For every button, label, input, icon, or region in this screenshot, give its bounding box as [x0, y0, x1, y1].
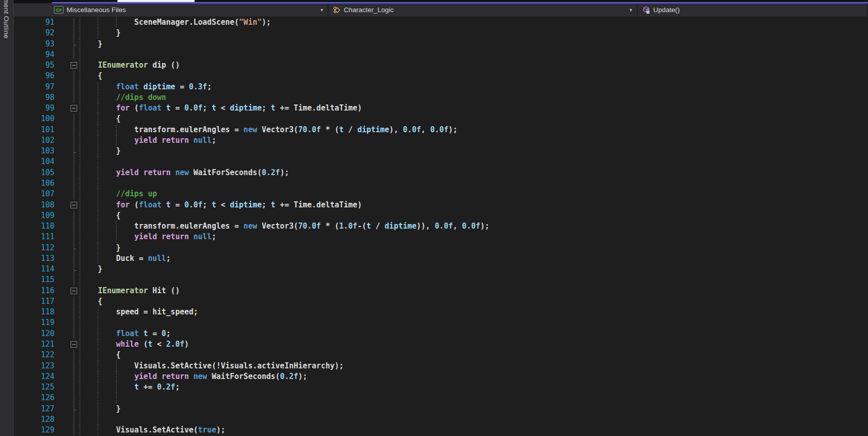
code-line[interactable]: 98 //dips down: [14, 92, 868, 103]
line-number: 129: [14, 425, 56, 435]
code-text[interactable]: yield return null;: [80, 232, 868, 242]
code-line[interactable]: 127 }: [14, 404, 868, 414]
outlining-margin[interactable]: [56, 60, 80, 71]
code-text[interactable]: [80, 178, 868, 189]
code-text[interactable]: yield return null;: [80, 135, 868, 146]
code-text[interactable]: {: [80, 210, 868, 221]
outlining-margin[interactable]: [56, 103, 80, 114]
code-line[interactable]: 116 IEnumerator Hit (): [14, 286, 868, 296]
code-text[interactable]: float diptime = 0.3f;: [80, 82, 868, 92]
code-line[interactable]: 99 for (float t = 0.0f; t < diptime; t +…: [14, 103, 868, 114]
code-line[interactable]: 112 }: [14, 243, 868, 253]
code-line[interactable]: 113 Duck = null;: [14, 253, 868, 264]
code-text[interactable]: float t = 0;: [80, 329, 868, 339]
code-text[interactable]: }: [80, 264, 868, 275]
code-line[interactable]: 100 {: [14, 114, 868, 124]
code-line[interactable]: 121 while (t < 2.0f): [14, 339, 868, 350]
code-line[interactable]: 122 {: [14, 350, 868, 360]
code-text[interactable]: transform.eulerAngles = new Vector3(70.0…: [80, 221, 868, 232]
indent-guide: [80, 210, 80, 221]
code-text[interactable]: {: [80, 114, 868, 124]
outlining-margin[interactable]: [56, 200, 80, 210]
code-text[interactable]: [80, 393, 868, 403]
code-text[interactable]: }: [80, 243, 868, 253]
code-text[interactable]: while (t < 2.0f): [80, 339, 868, 350]
code-line[interactable]: 115: [14, 275, 868, 285]
code-text[interactable]: //dips down: [80, 92, 868, 103]
code-line[interactable]: 118 speed = hit_speed;: [14, 307, 868, 317]
code-text[interactable]: {: [80, 350, 868, 360]
code-line[interactable]: 101 transform.eulerAngles = new Vector3(…: [14, 125, 868, 135]
code-line[interactable]: 106: [14, 178, 868, 189]
code-text[interactable]: t += 0.2f;: [80, 382, 868, 393]
code-text[interactable]: transform.eulerAngles = new Vector3(70.0…: [80, 125, 868, 135]
code-text[interactable]: {: [80, 71, 868, 81]
code-text[interactable]: Visuals.SetActive(!Visuals.activeInHiera…: [80, 361, 868, 371]
code-text[interactable]: yield return new WaitForSeconds(0.2f);: [80, 168, 868, 178]
code-text[interactable]: SceneManager.LoadScene("Win");: [80, 17, 868, 28]
project-dropdown[interactable]: C# Miscellaneous Files ▾: [14, 4, 329, 17]
code-editor[interactable]: 91 SceneManager.LoadScene("Win");92 }93 …: [14, 17, 868, 436]
outlining-margin: [56, 414, 80, 425]
code-text[interactable]: [80, 156, 868, 167]
code-text[interactable]: yield return new WaitForSeconds(0.2f);: [80, 371, 868, 382]
code-line[interactable]: 104: [14, 156, 868, 167]
code-line[interactable]: 102 yield return null;: [14, 135, 868, 146]
collapse-region-icon[interactable]: [71, 341, 77, 348]
code-text[interactable]: [80, 49, 868, 60]
code-text[interactable]: }: [80, 28, 868, 38]
document-outline-tab[interactable]: cument Outline: [0, 0, 14, 436]
code-line[interactable]: 93 }: [14, 39, 868, 49]
collapse-region-icon[interactable]: [71, 288, 77, 294]
code-text[interactable]: for (float t = 0.0f; t < diptime; t += T…: [80, 103, 868, 114]
code-line[interactable]: 126: [14, 393, 868, 403]
code-text[interactable]: }: [80, 404, 868, 414]
code-token: }: [80, 28, 120, 37]
code-line[interactable]: 125 t += 0.2f;: [14, 382, 868, 393]
code-line[interactable]: 107 //dips up: [14, 189, 868, 199]
code-text[interactable]: {: [80, 296, 868, 307]
code-line[interactable]: 105 yield return new WaitForSeconds(0.2f…: [14, 168, 868, 178]
code-line[interactable]: 129 Visuals.SetActive(true);: [14, 425, 868, 435]
outlining-margin[interactable]: [56, 339, 80, 350]
code-line[interactable]: 97 float diptime = 0.3f;: [14, 82, 868, 92]
code-line[interactable]: 123 Visuals.SetActive(!Visuals.activeInH…: [14, 361, 868, 371]
code-line[interactable]: 91 SceneManager.LoadScene("Win");: [14, 17, 868, 28]
code-line[interactable]: 96 {: [14, 71, 868, 81]
code-line[interactable]: 103 }: [14, 146, 868, 156]
code-text[interactable]: }: [80, 39, 868, 49]
code-line[interactable]: 124 yield return new WaitForSeconds(0.2f…: [14, 371, 868, 382]
code-text[interactable]: Duck = null;: [80, 253, 868, 264]
code-line[interactable]: 114 }: [14, 264, 868, 275]
code-text[interactable]: //dips up: [80, 189, 868, 199]
collapse-region-icon[interactable]: [71, 62, 77, 69]
code-line[interactable]: 108 for (float t = 0.0f; t < diptime; t …: [14, 200, 868, 210]
code-text[interactable]: speed = hit_speed;: [80, 307, 868, 317]
code-line[interactable]: 110 transform.eulerAngles = new Vector3(…: [14, 221, 868, 232]
code-line[interactable]: 92 }: [14, 28, 868, 38]
code-line[interactable]: 111 yield return null;: [14, 232, 868, 242]
collapse-region-icon[interactable]: [71, 105, 77, 112]
outlining-margin[interactable]: [56, 286, 80, 296]
code-text[interactable]: [80, 317, 868, 328]
chevron-down-icon[interactable]: ▾: [321, 8, 323, 13]
code-line[interactable]: 109 {: [14, 210, 868, 221]
code-text[interactable]: [80, 275, 868, 285]
code-text[interactable]: }: [80, 146, 868, 156]
code-text[interactable]: Visuals.SetActive(true);: [80, 425, 868, 435]
code-line[interactable]: 119: [14, 317, 868, 328]
type-dropdown[interactable]: Character_Logic ▾: [329, 4, 638, 17]
code-line[interactable]: 120 float t = 0;: [14, 329, 868, 339]
code-text[interactable]: for (float t = 0.0f; t < diptime; t += T…: [80, 200, 868, 210]
code-text[interactable]: IEnumerator Hit (): [80, 286, 868, 296]
code-line[interactable]: 95 IEnumerator dip (): [14, 60, 868, 71]
code-line[interactable]: 128: [14, 414, 868, 425]
code-line[interactable]: 117 {: [14, 296, 868, 307]
code-line[interactable]: 94: [14, 49, 868, 60]
outlining-margin: [56, 425, 80, 435]
code-text[interactable]: [80, 414, 868, 425]
code-text[interactable]: IEnumerator dip (): [80, 60, 868, 71]
member-dropdown[interactable]: Update(): [638, 4, 868, 17]
chevron-down-icon[interactable]: ▾: [630, 8, 632, 13]
collapse-region-icon[interactable]: [71, 202, 77, 208]
